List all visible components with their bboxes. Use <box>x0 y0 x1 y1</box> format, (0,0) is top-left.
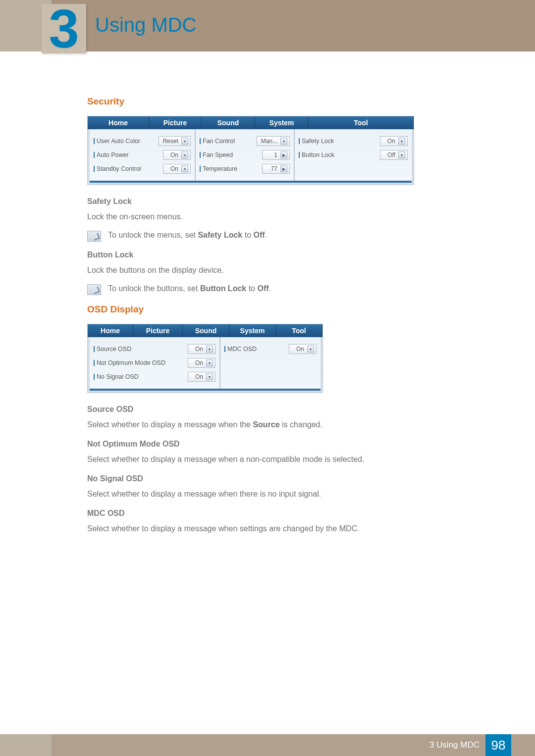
tab-system[interactable]: System <box>255 116 309 129</box>
body-not-optimum-osd: Select whether to display a message when… <box>87 454 500 465</box>
label-user-auto-color: User Auto Color <box>94 138 140 145</box>
note-safety-lock: To unlock the menus, set Safety Lock to … <box>87 231 500 242</box>
dropdown-not-optimum-osd[interactable]: On <box>188 358 215 368</box>
chapter-number: 3 <box>49 1 79 56</box>
chevron-down-icon <box>181 151 188 158</box>
osd-panel: Home Picture Sound System Tool Source OS… <box>87 324 323 393</box>
tab-tool[interactable]: Tool <box>276 324 322 337</box>
page-body: Security Home Picture Sound System Tool … <box>52 51 535 543</box>
label-safety-lock: Safety Lock <box>299 138 334 145</box>
spinner-fan-speed[interactable]: 1 <box>262 150 290 160</box>
sub-heading-button-lock: Button Lock <box>87 251 500 259</box>
note-text-button-lock: To unlock the buttons, set Button Lock t… <box>108 284 271 293</box>
dropdown-mdc-osd[interactable]: On <box>289 344 317 354</box>
dropdown-button-lock[interactable]: Off <box>380 150 408 160</box>
sub-heading-no-signal-osd: No Signal OSD <box>87 474 500 483</box>
sub-heading-source-osd: Source OSD <box>87 405 500 414</box>
chevron-down-icon <box>280 138 287 145</box>
dropdown-standby-control[interactable]: On <box>163 164 191 174</box>
body-no-signal-osd: Select whether to display a message when… <box>87 488 500 500</box>
label-not-optimum-osd: Not Optimum Mode OSD <box>94 359 165 366</box>
dropdown-fan-control[interactable]: Man... <box>257 136 290 146</box>
osd-col-a: Source OSD On Not Optimum Mode OSD On No… <box>90 337 220 389</box>
section-heading-security: Security <box>87 96 500 107</box>
dropdown-user-auto-color[interactable]: Reset <box>159 136 191 146</box>
field-fan-control: Fan Control Man... <box>200 134 290 148</box>
footer-left-cap <box>0 734 52 756</box>
chevron-down-icon <box>307 346 314 353</box>
tab-home[interactable]: Home <box>88 116 149 129</box>
dropdown-auto-power[interactable]: On <box>163 150 191 160</box>
chevron-down-icon <box>206 346 213 353</box>
label-fan-speed: Fan Speed <box>200 151 233 158</box>
tab-picture[interactable]: Picture <box>149 116 202 129</box>
sub-heading-mdc-osd: MDC OSD <box>87 509 500 518</box>
field-not-optimum-osd: Not Optimum Mode OSD On <box>94 356 215 370</box>
sub-heading-safety-lock: Safety Lock <box>87 197 500 206</box>
tab-sound[interactable]: Sound <box>202 116 255 129</box>
field-button-lock: Button Lock Off <box>299 148 408 162</box>
field-safety-lock: Safety Lock On <box>299 134 408 148</box>
security-col-3: Safety Lock On Button Lock Off <box>295 129 412 181</box>
note-icon <box>87 231 101 242</box>
chevron-down-icon <box>398 151 405 158</box>
field-source-osd: Source OSD On <box>94 342 215 356</box>
note-icon <box>87 284 101 295</box>
note-button-lock: To unlock the buttons, set Button Lock t… <box>87 284 500 295</box>
field-auto-power: Auto Power On <box>94 148 191 162</box>
field-temperature: Temperature 77 <box>200 162 290 176</box>
security-col-1: User Auto Color Reset Auto Power On Stan… <box>90 129 196 181</box>
tab-home[interactable]: Home <box>88 324 133 337</box>
chevron-right-icon <box>280 165 287 172</box>
footer-band: 3 Using MDC 98 <box>0 734 535 756</box>
chapter-badge: 3 <box>42 4 86 53</box>
label-auto-power: Auto Power <box>94 151 129 158</box>
label-standby-control: Standby Control <box>94 165 141 172</box>
dropdown-source-osd[interactable]: On <box>188 344 215 354</box>
field-no-signal-osd: No Signal OSD On <box>94 370 215 384</box>
chevron-down-icon <box>181 165 188 172</box>
tab-tool[interactable]: Tool <box>309 116 414 129</box>
sub-heading-not-optimum-osd: Not Optimum Mode OSD <box>87 440 500 449</box>
dropdown-no-signal-osd[interactable]: On <box>188 372 215 382</box>
label-button-lock: Button Lock <box>299 151 334 158</box>
footer-text: 3 Using MDC 98 <box>429 734 535 756</box>
section-heading-osd: OSD Display <box>87 304 500 315</box>
osd-col-b: MDC OSD On <box>220 337 321 389</box>
spinner-temperature[interactable]: 77 <box>262 164 290 174</box>
security-col-2: Fan Control Man... Fan Speed 1 Temperatu… <box>196 129 295 181</box>
field-standby-control: Standby Control On <box>94 162 191 176</box>
tab-picture[interactable]: Picture <box>133 324 183 337</box>
body-button-lock: Lock the buttons on the display device. <box>87 264 500 276</box>
note-text-safety-lock: To unlock the menus, set Safety Lock to … <box>108 231 267 240</box>
field-mdc-osd: MDC OSD On <box>224 342 317 356</box>
chevron-down-icon <box>206 373 213 380</box>
header-band: 3 Using MDC <box>0 0 535 51</box>
label-fan-control: Fan Control <box>200 138 235 145</box>
label-source-osd: Source OSD <box>94 346 131 353</box>
label-no-signal-osd: No Signal OSD <box>94 373 139 380</box>
label-mdc-osd: MDC OSD <box>224 346 257 353</box>
dropdown-safety-lock[interactable]: On <box>380 136 408 146</box>
body-safety-lock: Lock the on-screen menus. <box>87 211 500 223</box>
page-number: 98 <box>485 734 511 756</box>
panel-accent-bar <box>90 181 412 183</box>
chevron-down-icon <box>206 359 213 366</box>
tab-sound[interactable]: Sound <box>183 324 229 337</box>
body-mdc-osd: Select whether to display a message when… <box>87 523 500 535</box>
chevron-down-icon <box>398 138 405 145</box>
field-user-auto-color: User Auto Color Reset <box>94 134 191 148</box>
security-panel: Home Picture Sound System Tool User Auto… <box>87 116 414 185</box>
chapter-title: Using MDC <box>95 14 196 36</box>
chevron-right-icon <box>280 151 287 158</box>
chevron-down-icon <box>181 138 188 145</box>
field-fan-speed: Fan Speed 1 <box>200 148 290 162</box>
osd-tabstrip: Home Picture Sound System Tool <box>88 324 322 337</box>
security-tabstrip: Home Picture Sound System Tool <box>88 116 414 129</box>
body-source-osd: Select whether to display a message when… <box>87 419 500 431</box>
panel-accent-bar <box>90 389 321 391</box>
label-temperature: Temperature <box>200 165 237 172</box>
tab-system[interactable]: System <box>229 324 276 337</box>
